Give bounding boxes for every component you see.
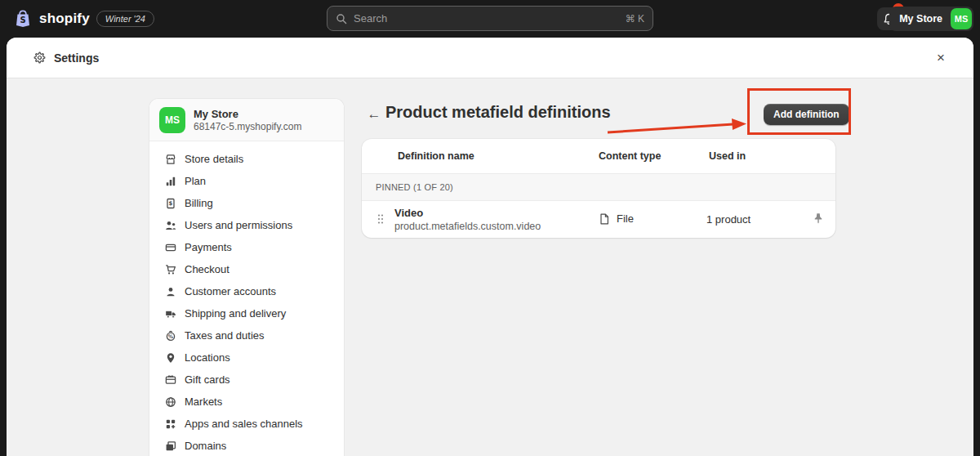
sidebar-item-customer-accounts[interactable]: Customer accounts [158, 280, 336, 302]
sidebar-item-label: Apps and sales channels [185, 418, 303, 430]
sidebar-item-label: Plan [185, 175, 206, 187]
gear-icon [33, 51, 46, 65]
store-avatar: MS [159, 107, 185, 133]
customer-accounts-icon [164, 285, 176, 297]
sidebar-item-gift-cards[interactable]: Gift cards [158, 369, 336, 391]
plan-icon [164, 175, 176, 187]
sidebar-nav: Store details Plan Billing Users and per… [149, 141, 344, 456]
pin-icon[interactable] [813, 212, 824, 224]
sidebar-item-checkout[interactable]: Checkout [158, 258, 336, 280]
column-content-type: Content type [599, 150, 661, 162]
sidebar-item-apps-and-sales-channels[interactable]: Apps and sales channels [158, 413, 336, 435]
annotation-arrow-icon [603, 116, 751, 139]
used-in-value: 1 product [706, 213, 751, 226]
sidebar-item-label: Gift cards [185, 373, 230, 386]
file-icon [599, 213, 610, 225]
content-type-value: File [617, 212, 634, 225]
page-title: Product metafield definitions [385, 103, 611, 122]
sidebar-item-store-details[interactable]: Store details [158, 148, 336, 170]
markets-icon [164, 396, 176, 408]
avatar: MS [951, 8, 972, 29]
store-menu-button[interactable]: My Store MS [889, 7, 973, 31]
sidebar-item-users-and-permissions[interactable]: Users and permissions [158, 214, 336, 236]
search-input[interactable] [354, 12, 619, 25]
sidebar-item-locations[interactable]: Locations [158, 346, 336, 369]
table-row[interactable]: Video product.metafields.custom.video Fi… [362, 201, 835, 238]
settings-sidebar: MS My Store 68147c-5.myshopify.com Store… [149, 98, 345, 456]
sidebar-item-taxes-and-duties[interactable]: Taxes and duties [158, 324, 336, 346]
users-icon [164, 219, 176, 231]
close-icon[interactable]: × [929, 47, 952, 69]
version-badge: Winter '24 [96, 11, 154, 27]
definition-key: product.metafields.custom.video [394, 220, 541, 233]
sidebar-item-domains[interactable]: Domains [158, 435, 336, 456]
search-icon [336, 13, 347, 25]
locations-icon [164, 351, 176, 364]
domains-icon [164, 440, 176, 452]
sidebar-item-label: Payments [185, 241, 232, 253]
sidebar-item-label: Shipping and delivery [185, 307, 286, 320]
settings-modal-header: Settings × [7, 38, 973, 78]
drag-handle-icon[interactable] [376, 213, 385, 225]
sidebar-item-label: Customer accounts [185, 285, 276, 297]
store-card: MS My Store 68147c-5.myshopify.com [149, 99, 344, 141]
sidebar-item-shipping-and-delivery[interactable]: Shipping and delivery [158, 302, 336, 324]
settings-title: Settings [54, 51, 99, 65]
storefront-icon [164, 153, 176, 165]
table-body: Video product.metafields.custom.video Fi… [362, 201, 835, 238]
back-button[interactable]: ← [364, 105, 384, 124]
store-card-domain: 68147c-5.myshopify.com [194, 121, 302, 132]
column-used-in: Used in [709, 150, 746, 162]
settings-modal: Settings × MS My Store 68147c-5.myshopif… [7, 38, 973, 456]
checkout-icon [164, 263, 176, 275]
taxes-icon [164, 329, 176, 342]
sidebar-item-label: Users and permissions [185, 219, 292, 231]
brand-wordmark: shopify [39, 11, 90, 27]
global-search[interactable]: ⌘ K [327, 6, 653, 31]
metafield-definitions-table: Definition name Content type Used in PIN… [362, 139, 835, 238]
payments-icon [164, 241, 176, 253]
billing-icon [164, 197, 176, 209]
table-header-row: Definition name Content type Used in [362, 139, 835, 173]
shopify-bag-icon [13, 9, 33, 29]
sidebar-item-label: Billing [185, 197, 213, 209]
sidebar-item-label: Locations [185, 351, 230, 364]
pinned-group-header: PINNED (1 OF 20) [362, 173, 835, 201]
sidebar-item-label: Markets [185, 396, 222, 408]
sidebar-item-billing[interactable]: Billing [158, 192, 336, 214]
add-definition-button[interactable]: Add definition [764, 104, 849, 125]
sidebar-item-plan[interactable]: Plan [158, 170, 336, 192]
sidebar-item-label: Checkout [185, 263, 229, 275]
sidebar-item-markets[interactable]: Markets [158, 391, 336, 413]
store-name-label: My Store [899, 13, 942, 25]
store-card-name: My Store [194, 108, 302, 121]
search-shortcut: ⌘ K [626, 13, 644, 25]
sidebar-item-payments[interactable]: Payments [158, 236, 336, 258]
gift-cards-icon [164, 373, 176, 386]
sidebar-item-label: Taxes and duties [185, 329, 265, 342]
shopify-logo[interactable]: shopify Winter '24 [13, 0, 154, 38]
apps-icon [164, 418, 176, 430]
shipping-icon [164, 307, 176, 320]
sidebar-item-label: Store details [185, 153, 243, 165]
definition-name: Video [394, 206, 541, 220]
sidebar-item-label: Domains [185, 440, 226, 452]
topbar: shopify Winter '24 ⌘ K 1 My Store MS [0, 0, 980, 38]
column-definition-name: Definition name [398, 150, 474, 162]
